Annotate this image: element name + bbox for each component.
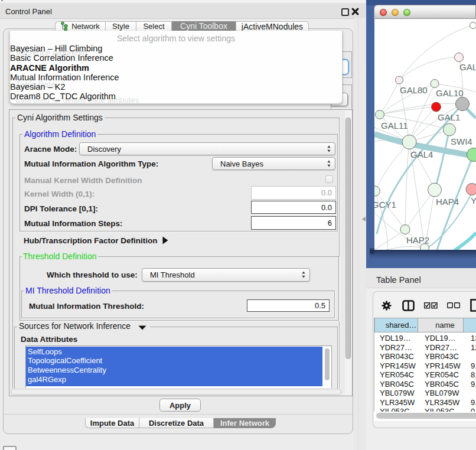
svg-text:GAL4: GAL4 <box>410 149 433 159</box>
svg-text:HAP2: HAP2 <box>406 235 429 245</box>
svg-text:GAL: GAL <box>459 62 476 72</box>
svg-text:GAL10: GAL10 <box>436 88 464 98</box>
svg-text:GAL1: GAL1 <box>438 112 460 122</box>
svg-text:GAL11: GAL11 <box>381 120 408 131</box>
svg-text:GCY1: GCY1 <box>374 200 396 210</box>
svg-text:Y: Y <box>471 195 476 206</box>
svg-text:GAL80: GAL80 <box>400 85 428 95</box>
svg-text:SWI4: SWI4 <box>451 136 472 146</box>
svg-text:HAP4: HAP4 <box>436 197 459 207</box>
